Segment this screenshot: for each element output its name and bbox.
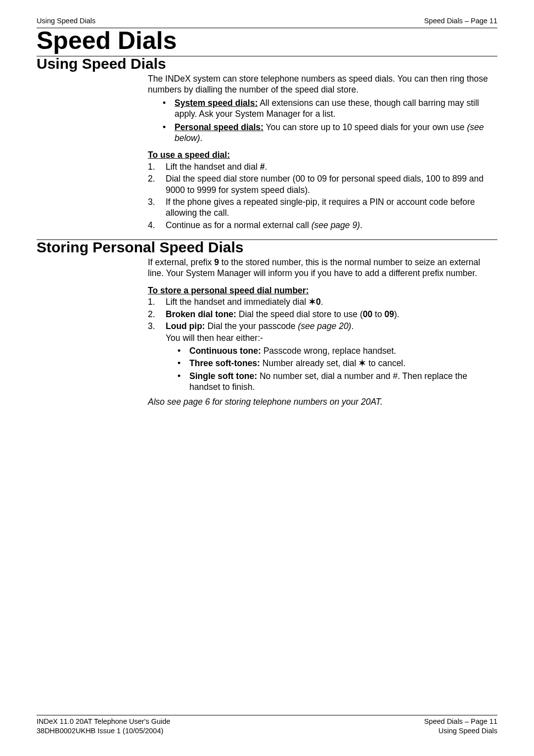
to-use-subhead: To use a speed dial:: [148, 149, 497, 160]
footer-left-1: INDeX 11.0 20AT Telephone User's Guide: [37, 717, 170, 727]
section-using-body: The INDeX system can store telephone num…: [148, 73, 497, 231]
also-see: Also see page 6 for storing telephone nu…: [148, 396, 497, 407]
footer-right-2: Using Speed Dials: [439, 726, 497, 736]
section-storing-title: Storing Personal Speed Dials: [37, 239, 497, 256]
use-step-1: 1.Lift the handset and dial #.: [148, 161, 497, 172]
use-steps: 1.Lift the handset and dial #. 2.Dial th…: [148, 161, 497, 231]
page-footer: INDeX 11.0 20AT Telephone User's Guide S…: [37, 715, 497, 736]
page-title: Speed Dials: [37, 26, 497, 55]
page-header: Using Speed Dials Speed Dials – Page 11: [37, 17, 497, 25]
footer-left-2: 38DHB0002UKHB Issue 1 (10/05/2004): [37, 726, 163, 736]
section-using-title: Using Speed Dials: [37, 55, 497, 72]
store-steps: 1.Lift the handset and immediately dial …: [148, 296, 497, 392]
bullet-personal-label: Personal speed dials:: [175, 122, 264, 132]
star-icon: ✶: [358, 358, 366, 368]
bullet-personal: Personal speed dials: You can store up t…: [163, 122, 497, 144]
use-step-2: 2.Dial the speed dial store number (00 t…: [148, 173, 497, 195]
header-right: Speed Dials – Page 11: [424, 17, 497, 25]
bullet-system-label: System speed dials:: [175, 98, 258, 108]
hear-either: You will then hear either:-: [166, 332, 497, 343]
section-storing-body: If external, prefix 9 to the stored numb…: [148, 257, 497, 408]
tone-bullets: Continuous tone: Passcode wrong, replace…: [166, 345, 497, 393]
use-step-3: 3.If the phone gives a repeated single-p…: [148, 196, 497, 219]
footer-rule: [37, 715, 497, 715]
to-store-subhead: To store a personal speed dial number:: [148, 285, 497, 296]
store-step-2: 2.Broken dial tone: Dial the speed dial …: [148, 309, 497, 320]
store-step-3: 3.Loud pip: Dial the your passcode (see …: [148, 321, 497, 392]
footer-right-1: Speed Dials – Page 11: [424, 717, 497, 727]
star-icon: ✶: [309, 297, 316, 307]
tone-continuous: Continuous tone: Passcode wrong, replace…: [178, 345, 497, 356]
bullet-personal-text: You can store up to 10 speed dials for y…: [264, 122, 467, 132]
feature-bullets: System speed dials: All extensions can u…: [148, 97, 497, 144]
tone-single-soft: Single soft tone: No number set, dial a …: [178, 371, 497, 393]
header-left: Using Speed Dials: [37, 17, 95, 25]
tone-three-soft: Three soft-tones: Number already set, di…: [178, 358, 497, 369]
storing-intro: If external, prefix 9 to the stored numb…: [148, 257, 497, 279]
bullet-system: System speed dials: All extensions can u…: [163, 97, 497, 120]
store-step-1: 1.Lift the handset and immediately dial …: [148, 296, 497, 307]
intro-paragraph: The INDeX system can store telephone num…: [148, 73, 497, 95]
bullet-personal-tail: .: [200, 133, 203, 143]
use-step-4: 4.Continue as for a normal external call…: [148, 220, 497, 231]
